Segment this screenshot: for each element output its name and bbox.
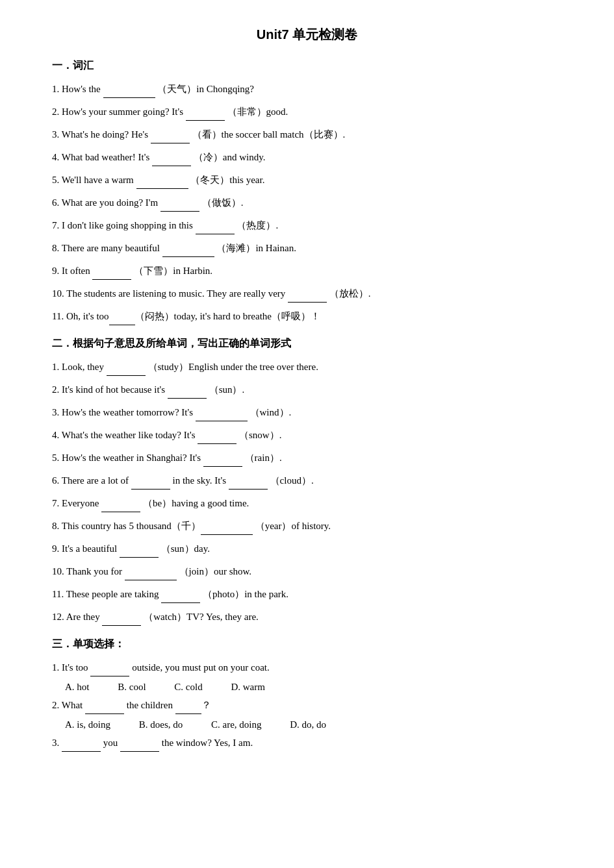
blank-2-8 xyxy=(201,525,253,535)
q2-5: 5. How's the weather in Shanghai? It's （… xyxy=(52,449,562,467)
blank-2-2 xyxy=(168,388,207,399)
blank-2-5 xyxy=(203,456,242,467)
q3-3: 3. you the window? Yes, I am. xyxy=(52,734,562,752)
section3-header: 三．单项选择： xyxy=(52,638,562,651)
q2-1: 1. Look, they （study）English under the t… xyxy=(52,358,562,376)
q2-10: 10. Thank you for （join）our show. xyxy=(52,563,562,580)
blank-1-10 xyxy=(288,292,327,303)
q2-6: 6. There are a lot of in the sky. It's （… xyxy=(52,472,562,490)
q1-9: 9. It often （下雪）in Harbin. xyxy=(52,262,562,280)
q2-4: 4. What's the weather like today? It's （… xyxy=(52,427,562,444)
blank-1-4 xyxy=(152,156,191,166)
option-3-2-d: D. do, do xyxy=(290,719,326,730)
q3-1-options: A. hot B. cool C. cold D. warm xyxy=(65,682,562,693)
blank-1-9 xyxy=(92,269,131,280)
blank-1-8 xyxy=(162,247,214,257)
blank-1-7 xyxy=(196,224,235,234)
q3-2-options: A. is, doing B. does, do C. are, doing D… xyxy=(65,719,562,730)
q1-2: 2. How's your summer going? It's （非常）goo… xyxy=(52,103,562,121)
blank-2-4 xyxy=(198,434,237,444)
q2-7: 7. Everyone （be）having a good time. xyxy=(52,495,562,512)
blank-3-3a xyxy=(62,741,101,752)
option-3-1-b: B. cool xyxy=(118,682,146,693)
q1-1: 1. How's the （天气）in Chongqing? xyxy=(52,81,562,98)
option-3-2-b: B. does, do xyxy=(139,719,183,730)
blank-2-1 xyxy=(107,366,146,376)
blank-3-3b xyxy=(120,741,159,752)
blank-2-10 xyxy=(125,570,177,580)
blank-1-3 xyxy=(151,133,190,143)
blank-1-11 xyxy=(109,315,135,325)
section2-header: 二．根据句子意思及所给单词，写出正确的单词形式 xyxy=(52,337,562,351)
q2-11: 11. These people are taking （photo）in th… xyxy=(52,586,562,603)
blank-2-6a xyxy=(131,479,170,490)
section2: 二．根据句子意思及所给单词，写出正确的单词形式 1. Look, they （s… xyxy=(52,337,562,626)
blank-1-1 xyxy=(103,88,155,98)
q2-9: 9. It's a beautiful （sun）day. xyxy=(52,540,562,558)
blank-3-2b xyxy=(175,704,201,714)
blank-2-7 xyxy=(101,502,140,512)
blank-1-5 xyxy=(136,179,188,189)
q3-2: 2. What the children ？ xyxy=(52,697,562,714)
q2-8: 8. This country has 5 thousand（千） （year）… xyxy=(52,517,562,535)
blank-2-12 xyxy=(102,615,141,626)
option-3-2-c: C. are, doing xyxy=(211,719,261,730)
q1-11: 11. Oh, it's too（闷热）today, it's hard to … xyxy=(52,308,562,325)
blank-2-3 xyxy=(196,411,248,421)
section1: 一．词汇 1. How's the （天气）in Chongqing? 2. H… xyxy=(52,59,562,325)
blank-2-9 xyxy=(120,547,159,558)
q2-2: 2. It's kind of hot because it's （sun）. xyxy=(52,381,562,399)
q1-3: 3. What's he doing? He's （看）the soccer b… xyxy=(52,126,562,143)
blank-3-1 xyxy=(90,666,129,676)
q1-8: 8. There are many beautiful （海滩）in Haina… xyxy=(52,240,562,257)
option-3-1-a: A. hot xyxy=(65,682,90,693)
option-3-1-c: C. cold xyxy=(174,682,202,693)
blank-2-6b xyxy=(229,479,268,490)
q3-1: 1. It's too outside, you must put on you… xyxy=(52,659,562,676)
q1-6: 6. What are you doing? I'm （做饭）. xyxy=(52,194,562,212)
section3: 三．单项选择： 1. It's too outside, you must pu… xyxy=(52,638,562,752)
q2-12: 12. Are they （watch）TV? Yes, they are. xyxy=(52,608,562,626)
blank-1-6 xyxy=(160,201,199,212)
page-title: Unit7 单元检测卷 xyxy=(52,26,562,43)
q1-4: 4. What bad weather! It's （冷）and windy. xyxy=(52,149,562,166)
blank-1-2 xyxy=(186,110,225,121)
blank-2-11 xyxy=(161,593,200,603)
q1-5: 5. We'll have a warm （冬天）this year. xyxy=(52,171,562,189)
q1-10: 10. The students are listening to music.… xyxy=(52,285,562,303)
section1-header: 一．词汇 xyxy=(52,59,562,73)
option-3-1-d: D. warm xyxy=(231,682,265,693)
option-3-2-a: A. is, doing xyxy=(65,719,110,730)
blank-3-2a xyxy=(85,704,124,714)
q1-7: 7. I don't like going shopping in this （… xyxy=(52,217,562,234)
q2-3: 3. How's the weather tomorrow? It's （win… xyxy=(52,404,562,421)
